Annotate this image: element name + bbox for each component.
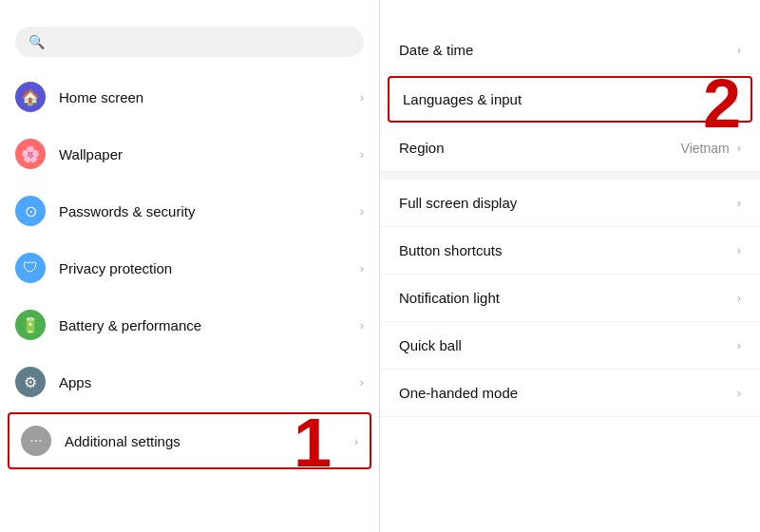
settings-label-languages-input: Languages & input: [403, 91, 733, 107]
settings-item-notification-light[interactable]: Notification light ›: [380, 275, 760, 322]
nav-chevron-home-screen: ›: [360, 90, 364, 104]
settings-item-full-screen-display[interactable]: Full screen display ›: [380, 180, 760, 227]
nav-label-home-screen: Home screen: [59, 89, 360, 105]
nav-icon-battery-performance: 🔋: [15, 310, 46, 340]
nav-item-additional-settings[interactable]: ··· Additional settings › 1: [8, 412, 371, 469]
nav-label-passwords-security: Passwords & security: [59, 203, 360, 219]
left-panel-title: [0, 0, 379, 27]
settings-item-quick-ball[interactable]: Quick ball ›: [380, 322, 760, 370]
settings-label-one-handed-mode: One-handed mode: [399, 385, 737, 401]
settings-chevron-date-time: ›: [737, 43, 741, 57]
settings-label-region: Region: [399, 140, 681, 156]
right-panel: Date & time › Languages & input › 2 Regi…: [380, 0, 760, 532]
nav-item-apps[interactable]: ⚙ Apps ›: [0, 353, 379, 410]
settings-item-languages-input[interactable]: Languages & input › 2: [388, 76, 752, 123]
nav-chevron-wallpaper: ›: [360, 147, 364, 162]
nav-list: 🏠 Home screen › 🌸 Wallpaper › ⊙ Password…: [0, 68, 379, 532]
nav-label-privacy-protection: Privacy protection: [59, 260, 360, 276]
settings-item-region[interactable]: Region Vietnam ›: [380, 124, 760, 172]
settings-item-button-shortcuts[interactable]: Button shortcuts ›: [380, 227, 760, 275]
nav-item-privacy-protection[interactable]: 🛡 Privacy protection ›: [0, 239, 379, 296]
nav-icon-apps: ⚙: [15, 367, 46, 397]
settings-chevron-notification-light: ›: [737, 291, 741, 305]
settings-chevron-languages-input: ›: [733, 92, 737, 106]
search-bar[interactable]: 🔍: [15, 27, 364, 57]
settings-list: Date & time › Languages & input › 2 Regi…: [380, 27, 760, 532]
nav-icon-privacy-protection: 🛡: [15, 253, 46, 283]
nav-label-wallpaper: Wallpaper: [59, 146, 360, 162]
settings-label-full-screen-display: Full screen display: [399, 195, 737, 211]
nav-icon-home-screen: 🏠: [15, 82, 46, 112]
settings-divider: [380, 172, 760, 180]
nav-chevron-privacy-protection: ›: [360, 261, 364, 276]
settings-label-quick-ball: Quick ball: [399, 337, 737, 353]
nav-item-battery-performance[interactable]: 🔋 Battery & performance ›: [0, 296, 379, 353]
nav-icon-passwords-security: ⊙: [15, 196, 46, 226]
settings-value-region: Vietnam: [681, 141, 730, 156]
nav-chevron-battery-performance: ›: [360, 318, 364, 332]
left-panel: 🔍 🏠 Home screen › 🌸 Wallpaper › ⊙ Passwo…: [0, 0, 380, 532]
settings-item-date-time[interactable]: Date & time ›: [380, 27, 760, 74]
nav-label-apps: Apps: [59, 374, 360, 390]
right-panel-title: [380, 0, 760, 27]
nav-chevron-passwords-security: ›: [360, 204, 364, 218]
nav-chevron-apps: ›: [360, 375, 364, 390]
nav-label-battery-performance: Battery & performance: [59, 317, 360, 333]
settings-label-notification-light: Notification light: [399, 290, 737, 306]
nav-label-additional-settings: Additional settings: [65, 433, 354, 449]
nav-item-home-screen[interactable]: 🏠 Home screen ›: [0, 68, 379, 125]
settings-chevron-region: ›: [737, 141, 741, 155]
nav-chevron-additional-settings: ›: [354, 434, 358, 448]
nav-icon-additional-settings: ···: [21, 426, 51, 456]
nav-item-wallpaper[interactable]: 🌸 Wallpaper ›: [0, 125, 379, 182]
nav-icon-wallpaper: 🌸: [15, 139, 46, 169]
settings-item-one-handed-mode[interactable]: One-handed mode ›: [380, 370, 760, 417]
settings-label-button-shortcuts: Button shortcuts: [399, 242, 737, 258]
nav-item-passwords-security[interactable]: ⊙ Passwords & security ›: [0, 182, 379, 239]
settings-chevron-button-shortcuts: ›: [737, 243, 741, 257]
search-icon: 🔍: [28, 34, 45, 49]
settings-chevron-quick-ball: ›: [737, 338, 741, 352]
settings-chevron-full-screen-display: ›: [737, 196, 741, 210]
settings-label-date-time: Date & time: [399, 42, 737, 58]
settings-chevron-one-handed-mode: ›: [737, 386, 741, 400]
